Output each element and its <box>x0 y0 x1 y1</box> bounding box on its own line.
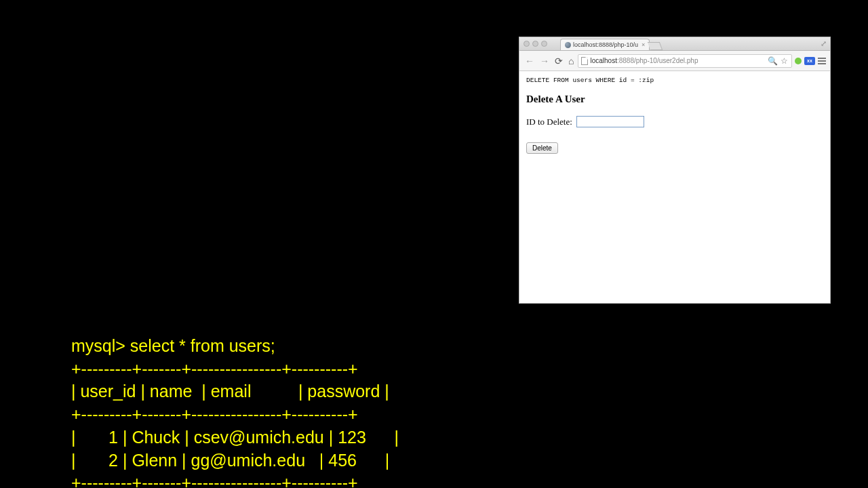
star-icon[interactable]: ☆ <box>779 56 789 66</box>
terminal-line-div1: +---------+-------+----------------+----… <box>71 359 358 378</box>
window-titlebar: localhost:8888/php-10/u × ⤢ <box>519 37 830 51</box>
close-window-icon[interactable] <box>524 41 530 47</box>
home-button[interactable]: ⌂ <box>567 56 575 66</box>
page-icon <box>581 57 588 65</box>
terminal-line-div3: +---------+-------+----------------+----… <box>71 473 358 488</box>
page-heading: Delete A User <box>526 94 823 105</box>
url-bar[interactable]: localhost:8888/php-10/user2del.php 🔍 ☆ <box>578 54 792 68</box>
terminal-line-prompt: mysql> select * from users; <box>71 336 275 355</box>
extension-green-icon[interactable] <box>795 58 802 64</box>
traffic-lights <box>524 41 547 47</box>
url-text: localhost:8888/php-10/user2del.php <box>590 57 766 64</box>
new-tab-button[interactable] <box>648 42 663 50</box>
page-content: DELETE FROM users WHERE id = :zip Delete… <box>519 71 830 159</box>
extension-blue-icon[interactable]: xx <box>804 57 815 65</box>
browser-toolbar: ← → ⟳ ⌂ localhost:8888/php-10/user2del.p… <box>519 51 830 71</box>
tab-title: localhost:8888/php-10/u <box>573 41 638 48</box>
zoom-window-icon[interactable] <box>541 41 547 47</box>
sql-echo-text: DELETE FROM users WHERE id = :zip <box>526 77 823 84</box>
favicon-icon <box>565 42 571 48</box>
browser-window: localhost:8888/php-10/u × ⤢ ← → ⟳ ⌂ loca… <box>519 37 831 304</box>
delete-button[interactable]: Delete <box>526 142 558 154</box>
form-row: ID to Delete: <box>526 116 823 127</box>
tab-bar: localhost:8888/php-10/u × <box>560 39 661 50</box>
id-label: ID to Delete: <box>526 117 572 127</box>
terminal-line-row2: | 2 | Glenn | gg@umich.edu | 456 | <box>71 451 389 470</box>
terminal-line-div2: +---------+-------+----------------+----… <box>71 405 358 424</box>
id-input[interactable] <box>576 116 644 127</box>
terminal-line-header: | user_id | name | email | password | <box>71 382 389 401</box>
back-button[interactable]: ← <box>524 56 536 66</box>
tab-close-icon[interactable]: × <box>642 41 645 48</box>
minimize-window-icon[interactable] <box>532 41 538 47</box>
forward-button[interactable]: → <box>538 56 551 66</box>
reload-button[interactable]: ⟳ <box>553 56 564 66</box>
browser-tab[interactable]: localhost:8888/php-10/u × <box>560 39 650 50</box>
expand-window-icon[interactable]: ⤢ <box>821 39 827 48</box>
mysql-terminal: mysql> select * from users; +---------+-… <box>71 312 399 488</box>
terminal-line-row1: | 1 | Chuck | csev@umich.edu | 123 | <box>71 428 399 447</box>
search-icon[interactable]: 🔍 <box>768 56 777 66</box>
hamburger-menu-icon[interactable] <box>818 58 826 64</box>
